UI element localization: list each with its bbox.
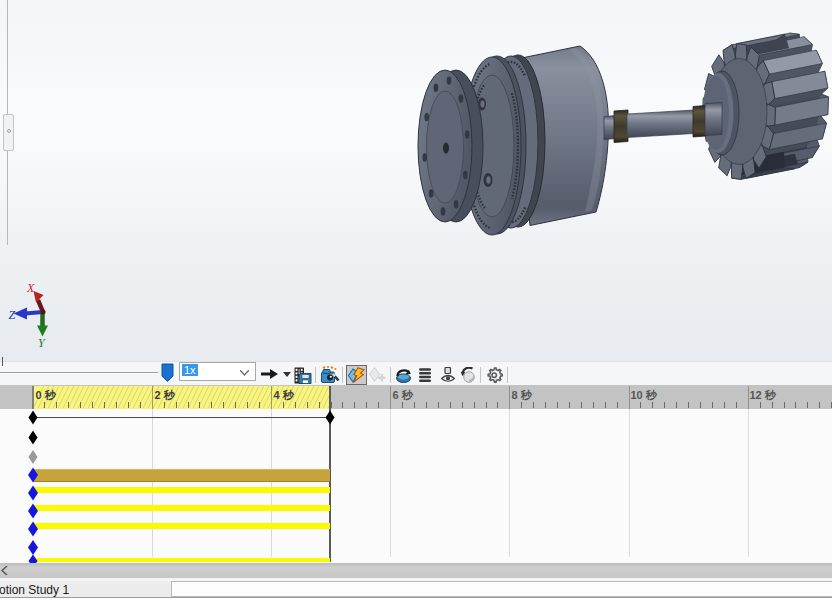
- svg-text:4 秒: 4 秒: [274, 389, 295, 401]
- svg-text:2 秒: 2 秒: [155, 389, 176, 401]
- svg-text:X: X: [26, 281, 35, 295]
- svg-text:8 秒: 8 秒: [512, 389, 533, 401]
- svg-text:0 秒: 0 秒: [36, 389, 57, 401]
- svg-text:Z: Z: [9, 308, 16, 322]
- svg-text:10 秒: 10 秒: [631, 389, 658, 401]
- svg-text:Y: Y: [38, 336, 46, 350]
- svg-text:12 秒: 12 秒: [750, 389, 777, 401]
- svg-text:6 秒: 6 秒: [393, 389, 414, 401]
